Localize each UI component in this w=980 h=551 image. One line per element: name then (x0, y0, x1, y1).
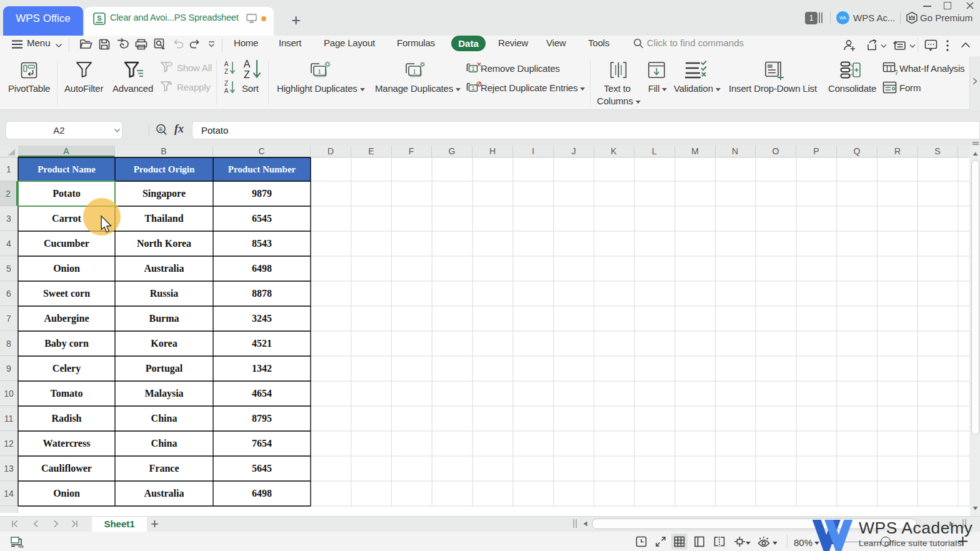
svg-text:A: A (224, 61, 229, 67)
svg-text:R: R (159, 126, 162, 132)
svg-text:1: 1 (318, 67, 321, 75)
svg-text:A: A (244, 59, 251, 69)
svg-text:Z: Z (224, 68, 228, 75)
svg-text:Z: Z (224, 80, 228, 87)
svg-text:S: S (97, 14, 101, 22)
svg-text:WB: WB (18, 545, 24, 549)
svg-text:Z: Z (244, 69, 250, 80)
svg-text:1: 1 (472, 66, 475, 72)
svg-text:1: 1 (412, 67, 416, 75)
svg-text:?: ? (894, 69, 898, 76)
svg-text:1: 1 (472, 85, 475, 91)
svg-text:A: A (224, 87, 229, 94)
